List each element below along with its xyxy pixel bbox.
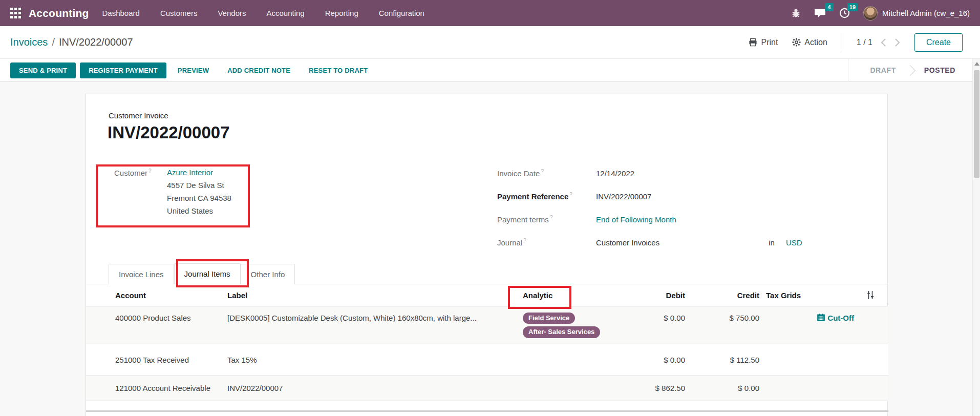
payment-reference-value[interactable]: INV/2022/00007 [596,192,651,201]
preview-button[interactable]: PREVIEW [171,63,216,78]
cell-label: [DESK0005] Customizable Desk (Custom, Wh… [227,306,523,344]
table-header-row: Account Label Analytic Debit Credit Tax … [86,284,888,306]
menu-reporting[interactable]: Reporting [325,9,358,17]
payment-terms-label: Payment terms [497,215,549,224]
activities-clock-icon[interactable]: 19 [839,8,850,18]
pager-prev-icon[interactable] [881,38,886,47]
menu-vendors[interactable]: Vendors [218,9,246,17]
state-arrow-icon [905,65,915,75]
cell-credit: $ 750.00 [685,306,759,344]
user-name: Mitchell Admin (cw_e_16) [882,9,970,17]
customer-address-line: 4557 De Silva St [167,181,231,190]
action-label: Action [804,38,827,47]
breadcrumb-invoices[interactable]: Invoices [10,36,48,48]
apps-grid-icon[interactable] [7,5,25,22]
gear-icon [792,38,801,47]
breadcrumb-separator: / [52,36,55,48]
help-marker: ? [569,192,572,197]
register-payment-button[interactable]: REGISTER PAYMENT [80,63,166,78]
journal-in-text: in [769,238,775,247]
avatar [863,6,878,20]
col-header-credit[interactable]: Credit [685,291,759,300]
control-panel: Invoices / INV/2022/00007 Print [0,26,980,59]
journal-currency-link[interactable]: USD [786,238,802,247]
cell-credit: $ 112.50 [685,356,759,364]
help-marker: ? [148,168,152,174]
tax-grid-label: Cut-Off [827,314,854,322]
table-options-icon[interactable] [866,290,875,300]
journal-items-table: Account Label Analytic Debit Credit Tax … [86,284,888,401]
customer-address-line: Fremont CA 94538 [167,194,231,202]
table-row[interactable]: 251000 Tax Received Tax 15% $ 0.00 $ 112… [86,344,888,376]
cell-account: 400000 Product Sales [86,306,227,344]
add-credit-note-button[interactable]: ADD CREDIT NOTE [220,63,297,78]
section-divider [86,410,888,412]
table-row[interactable]: 400000 Product Sales [DESK0005] Customiz… [86,306,888,344]
customer-block: Customer? Azure Interior 4557 De Silva S… [114,168,231,215]
statusbar: SEND & PRINT REGISTER PAYMENT PREVIEW AD… [0,59,980,82]
payment-terms-value[interactable]: End of Following Month [596,215,676,224]
cell-label: INV/2022/00007 [227,384,523,392]
cell-credit: $ 0.00 [685,384,759,392]
breadcrumb: Invoices / INV/2022/00007 [10,36,133,48]
notebook-tabs: Invoice Lines Journal Items Other Info [86,262,888,284]
breadcrumb-current: INV/2022/00007 [59,36,133,48]
journal-label: Journal [497,238,522,247]
customer-name-link[interactable]: Azure Interior [167,168,231,177]
divider [842,33,842,52]
messages-icon[interactable]: 4 [814,8,826,18]
journal-value[interactable]: Customer Invoices [596,238,659,247]
print-button[interactable]: Print [749,38,778,47]
pager-next-icon[interactable] [894,38,900,47]
tab-journal-items[interactable]: Journal Items [174,263,241,284]
cell-account: 251000 Tax Received [86,356,227,364]
help-marker: ? [550,215,553,220]
menu-configuration[interactable]: Configuration [379,9,424,17]
help-marker: ? [541,169,544,174]
app-title: Accounting [29,7,89,19]
top-menu: Dashboard Customers Vendors Accounting R… [102,9,424,17]
state-posted[interactable]: POSTED [917,66,963,74]
print-label: Print [761,38,778,47]
vertical-scrollbar[interactable] [972,59,980,416]
cell-account: 121000 Account Receivable [86,384,227,392]
analytic-tag[interactable]: Field Service [523,313,575,324]
col-header-account[interactable]: Account [86,291,227,300]
analytic-tag[interactable]: After- Sales Services [523,326,600,338]
debug-bug-icon[interactable] [791,8,801,18]
scrollbar-thumb[interactable] [974,70,979,178]
col-header-label[interactable]: Label [227,291,523,300]
cell-analytic: Field Service After- Sales Services [523,306,646,344]
payment-reference-label: Payment Reference [497,192,568,201]
table-row[interactable]: 121000 Account Receivable INV/2022/00007… [86,376,888,401]
invoice-date-value[interactable]: 12/14/2022 [596,169,634,178]
document-type-label: Customer Invoice [109,111,168,120]
cell-debit: $ 0.00 [646,356,685,364]
invoice-date-label: Invoice Date [497,169,540,178]
state-widget: DRAFT POSTED [848,59,963,82]
cell-debit: $ 862.50 [646,384,685,392]
printer-icon [749,38,757,47]
help-marker: ? [523,238,526,243]
pager-counter: 1 / 1 [857,38,872,47]
action-button[interactable]: Action [792,38,827,47]
invoice-details: Invoice Date? 12/14/2022 Payment Referen… [497,167,866,259]
col-header-tax-grids[interactable]: Tax Grids [759,291,858,300]
tax-grid-link[interactable]: Cut-Off [817,314,854,344]
tab-invoice-lines[interactable]: Invoice Lines [109,264,174,284]
create-button[interactable]: Create [914,33,963,52]
activities-badge: 19 [847,3,858,11]
tab-other-info[interactable]: Other Info [241,264,295,284]
customer-field-label: Customer [114,169,147,177]
scroll-up-icon[interactable] [974,62,979,66]
menu-customers[interactable]: Customers [160,9,198,17]
col-header-analytic[interactable]: Analytic [523,291,646,300]
menu-dashboard[interactable]: Dashboard [102,9,140,17]
pager: 1 / 1 [857,38,900,47]
user-menu[interactable]: Mitchell Admin (cw_e_16) [863,6,970,20]
col-header-debit[interactable]: Debit [646,291,685,300]
menu-accounting[interactable]: Accounting [266,9,304,17]
state-draft[interactable]: DRAFT [863,66,903,74]
send-print-button[interactable]: SEND & PRINT [10,63,76,78]
reset-to-draft-button[interactable]: RESET TO DRAFT [302,63,375,78]
